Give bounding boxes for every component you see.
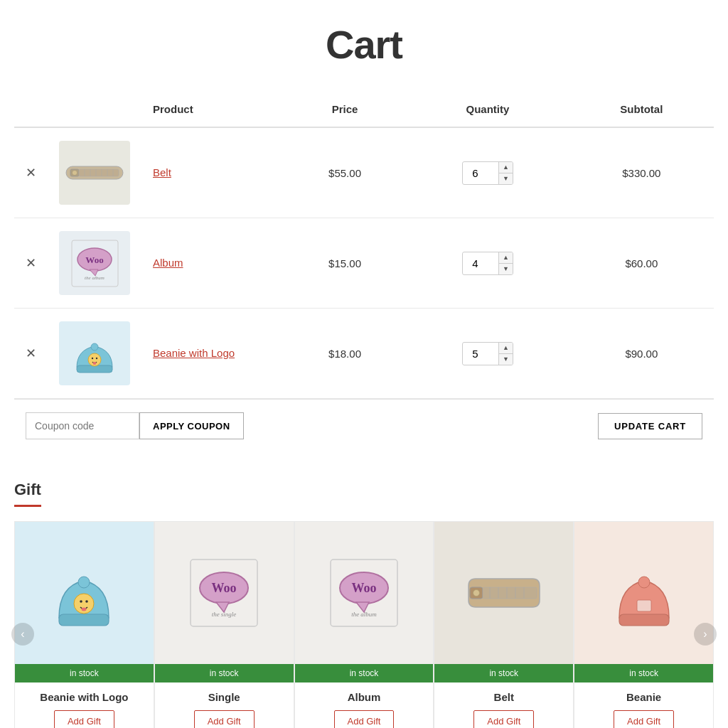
- add-gift-single-btn[interactable]: Add Gift: [194, 710, 255, 728]
- svg-point-24: [80, 600, 83, 603]
- beanie-logo-thumb: [48, 309, 141, 399]
- belt-price: $55.00: [284, 127, 406, 218]
- gift-single-name: Single: [166, 691, 282, 703]
- remove-belt-btn[interactable]: ✕: [14, 127, 48, 218]
- belt-thumb: [48, 127, 141, 218]
- carousel-prev-button[interactable]: ‹: [11, 623, 34, 646]
- svg-text:the single: the single: [212, 611, 237, 618]
- svg-rect-21: [59, 614, 109, 626]
- gift-beanie-name: Beanie: [586, 691, 702, 703]
- gift-album-info: Album Add Gift: [295, 682, 434, 728]
- gift-card-single: Woo the single in stock Single Add Gift: [154, 521, 294, 728]
- svg-point-2: [73, 171, 77, 175]
- remove-beanie-logo-btn[interactable]: ✕: [14, 309, 48, 399]
- carousel-next-button[interactable]: ›: [694, 623, 717, 646]
- gift-carousel: in stock Beanie with Logo Add Gift Woo t…: [14, 521, 714, 728]
- belt-qty-cell: 6 ▲ ▼: [406, 127, 569, 218]
- gift-single-svg: Woo the single: [185, 554, 263, 632]
- beanie-logo-name-cell: Beanie with Logo: [141, 309, 284, 399]
- cart-actions: APPLY COUPON UPDATE CART: [14, 399, 714, 452]
- belt-link[interactable]: Belt: [153, 166, 171, 178]
- svg-point-19: [96, 358, 97, 359]
- gift-beanie-logo-name: Beanie with Logo: [26, 691, 142, 703]
- gift-beanie-logo-img: [15, 522, 154, 664]
- add-gift-album-btn[interactable]: Add Gift: [334, 710, 395, 728]
- beanie-logo-subtotal: $90.00: [569, 309, 714, 399]
- page-title: Cart: [0, 0, 728, 96]
- album-qty-spin: ▲ ▼: [498, 252, 513, 274]
- gift-beanie2-svg: [609, 554, 680, 632]
- gift-beanie-logo-stock: in stock: [15, 664, 154, 682]
- add-gift-beanie-logo-btn[interactable]: Add Gift: [54, 710, 114, 728]
- gift-single-stock: in stock: [155, 664, 294, 682]
- beanie-logo-qty-cell: ▲ ▼: [406, 309, 569, 399]
- beanie-logo-qty-input-wrap: ▲ ▼: [462, 342, 513, 365]
- belt-subtotal: $330.00: [569, 127, 714, 218]
- belt-qty-down[interactable]: ▼: [499, 173, 513, 184]
- apply-coupon-button[interactable]: APPLY COUPON: [139, 412, 244, 439]
- belt-qty-input-wrap: 6 ▲ ▼: [462, 161, 513, 185]
- svg-text:Woo: Woo: [212, 581, 237, 595]
- col-subtotal-header: Subtotal: [569, 96, 714, 127]
- gift-beanie-img: [574, 522, 713, 664]
- album-thumbnail: Woo the album: [59, 231, 130, 295]
- gift-beanie-logo-info: Beanie with Logo Add Gift: [15, 682, 154, 728]
- album-qty-down[interactable]: ▼: [499, 264, 513, 274]
- svg-rect-3: [79, 169, 119, 176]
- album-subtotal: $60.00: [569, 218, 714, 309]
- beanie-logo-thumbnail: [59, 321, 130, 385]
- svg-rect-45: [619, 614, 669, 626]
- belt-qty-spin: ▲ ▼: [498, 162, 513, 184]
- gift-belt-svg: [461, 568, 547, 618]
- update-cart-button[interactable]: UPDATE CART: [598, 413, 702, 439]
- beanie-logo-qty-spin: ▲ ▼: [498, 343, 513, 365]
- svg-point-18: [92, 358, 93, 359]
- cart-table: Product Price Quantity Subtotal ✕: [14, 96, 714, 399]
- album-link[interactable]: Album: [153, 257, 183, 269]
- gift-card-belt: in stock Belt Add Gift: [434, 521, 574, 728]
- belt-image: [63, 154, 126, 193]
- gift-beanie-logo-svg: [48, 554, 119, 632]
- gift-title-wrap: Gift: [14, 481, 41, 507]
- svg-point-22: [78, 577, 90, 588]
- album-qty-input[interactable]: [463, 253, 498, 274]
- belt-qty-up[interactable]: ▲: [499, 162, 513, 173]
- svg-text:the album: the album: [351, 611, 377, 618]
- gift-album-stock: in stock: [295, 664, 434, 682]
- add-gift-belt-btn[interactable]: Add Gift: [473, 710, 534, 728]
- svg-text:the album: the album: [85, 275, 105, 281]
- beanie-logo-qty-down[interactable]: ▼: [499, 354, 513, 365]
- gift-single-info: Single Add Gift: [155, 682, 294, 728]
- svg-rect-47: [637, 600, 651, 611]
- beanie-logo-price: $18.00: [284, 309, 406, 399]
- coupon-input[interactable]: [26, 412, 139, 439]
- gift-belt-name: Belt: [446, 691, 562, 703]
- album-qty-up[interactable]: ▲: [499, 252, 513, 264]
- album-image: Woo the album: [68, 237, 122, 290]
- svg-point-38: [473, 590, 479, 596]
- gift-beanie-stock: in stock: [574, 664, 713, 682]
- gift-card-beanie: in stock Beanie Add Gift: [574, 521, 714, 728]
- gift-belt-stock: in stock: [434, 664, 573, 682]
- svg-point-25: [86, 600, 89, 603]
- gift-beanie-info: Beanie Add Gift: [574, 682, 713, 728]
- beanie-logo-qty-input[interactable]: [463, 343, 498, 364]
- beanie-logo-image: [70, 328, 119, 378]
- gift-card-beanie-logo: in stock Beanie with Logo Add Gift: [14, 521, 154, 728]
- gift-carousel-container: ‹ in stock: [14, 521, 714, 728]
- add-gift-beanie-btn[interactable]: Add Gift: [614, 710, 674, 728]
- belt-qty-input[interactable]: 6: [463, 163, 498, 183]
- album-qty-input-wrap: ▲ ▼: [462, 252, 513, 275]
- svg-rect-15: [77, 365, 112, 373]
- cart-row-album: ✕ Woo the album Album: [14, 218, 714, 309]
- album-name-cell: Album: [141, 218, 284, 309]
- remove-album-btn[interactable]: ✕: [14, 218, 48, 309]
- cart-row-beanie-logo: ✕: [14, 309, 714, 399]
- col-product-header: Product: [141, 96, 284, 127]
- col-qty-header: Quantity: [406, 96, 569, 127]
- belt-thumbnail: [59, 141, 130, 205]
- beanie-logo-qty-up[interactable]: ▲: [499, 343, 513, 354]
- coupon-area: APPLY COUPON: [26, 412, 244, 439]
- svg-text:Woo: Woo: [351, 581, 376, 595]
- beanie-logo-link[interactable]: Beanie with Logo: [153, 347, 235, 359]
